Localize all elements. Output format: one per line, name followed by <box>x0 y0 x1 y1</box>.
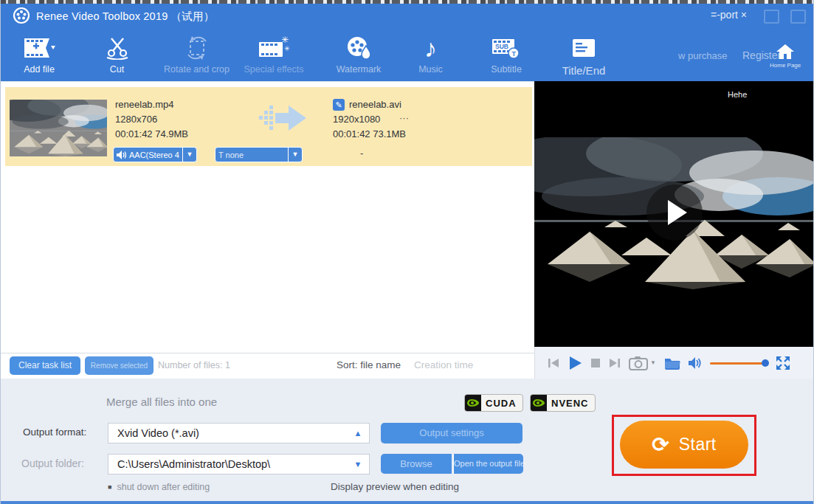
purchase-link[interactable]: w purchase <box>678 50 727 61</box>
target-more-ellipsis[interactable]: ··· <box>399 112 409 123</box>
refresh-icon: ⟳ <box>652 435 669 455</box>
home-page-link[interactable]: Home Page <box>770 44 801 69</box>
add-file-icon <box>7 34 72 62</box>
open-folder-button[interactable] <box>664 356 680 370</box>
play-overlay-button[interactable] <box>646 184 703 241</box>
chevron-down-icon[interactable]: ▼ <box>288 148 302 162</box>
toolbar-label: Add file <box>7 64 72 75</box>
shutdown-checkbox[interactable]: ■ shut down after editing <box>108 482 210 492</box>
file-count-label: Number of files: 1 <box>158 360 230 370</box>
svg-text:SUB: SUB <box>495 43 508 50</box>
toolbar-label: Watermark <box>318 64 399 75</box>
stop-button[interactable] <box>590 358 601 368</box>
volume-track <box>710 362 768 365</box>
remove-selected-button[interactable]: Remove selected <box>85 356 154 375</box>
subtitle-track-select[interactable]: T none ▼ <box>215 147 303 162</box>
chevron-down-icon[interactable]: ▼ <box>347 460 369 469</box>
chevron-down-icon: ▼ <box>650 359 656 366</box>
close-icon[interactable] <box>790 10 806 24</box>
toolbar-watermark[interactable]: Watermark <box>318 34 399 75</box>
next-button[interactable] <box>609 357 621 369</box>
special-effects-icon: ✳ ✳ <box>237 34 311 62</box>
window-title: Renee Video Toolbox 2019 （试用） <box>36 10 214 24</box>
speaker-icon <box>117 151 126 159</box>
sort-by-file-name[interactable]: Sort: file name <box>337 359 401 370</box>
subtitle-icon: SUB T <box>469 34 543 62</box>
player-control-bar: ▼ <box>534 347 814 379</box>
volume-button[interactable] <box>689 357 702 369</box>
play-icon <box>668 200 687 225</box>
output-format-label: Output format: <box>23 427 86 438</box>
volume-knob[interactable] <box>762 359 769 367</box>
output-folder-value: C:\Users\Administrator\Desktop\ <box>108 458 347 470</box>
open-output-file-button[interactable]: Open the output file <box>453 454 523 474</box>
toolbar-subtitle[interactable]: SUB T Subtitle <box>469 34 543 75</box>
start-button[interactable]: ⟳ Start <box>620 421 748 469</box>
title-end-icon <box>547 34 621 62</box>
play-button[interactable] <box>568 356 582 370</box>
output-panel: Merge all files into one CUDA NVENC Outp… <box>1 379 814 504</box>
video-preview[interactable]: Hehe <box>534 81 814 347</box>
watermark-text: Hehe <box>728 90 747 99</box>
source-file-name: reneelab.mp4 <box>115 99 174 110</box>
fullscreen-button[interactable] <box>776 356 790 370</box>
chevron-up-icon[interactable]: ▲ <box>347 429 369 438</box>
sort-by-creation-time[interactable]: Creation time <box>414 359 473 370</box>
audio-track-select[interactable]: AAC(Stereo 4 ▼ <box>113 147 197 162</box>
merge-files-label[interactable]: Merge all files into one <box>106 396 217 408</box>
overlay-export-text: =-port × <box>711 9 747 21</box>
minimize-icon[interactable] <box>764 10 779 24</box>
title-bar: Renee Video Toolbox 2019 （试用） =-port × <box>1 4 814 28</box>
start-button-label: Start <box>679 435 717 455</box>
toolbar-add-file[interactable]: Add file <box>7 34 72 75</box>
rotate-crop-icon <box>154 34 239 62</box>
output-folder-label: Output folder: <box>21 458 84 469</box>
output-settings-button[interactable]: Output settings <box>381 423 522 443</box>
speaker-icon <box>689 357 702 369</box>
toolbar-label: Title/End <box>547 64 621 77</box>
svg-text:✳: ✳ <box>284 45 290 52</box>
source-duration-size: 00:01:42 74.9MB <box>115 128 188 139</box>
output-folder-select[interactable]: C:\Users\Administrator\Desktop\ ▼ <box>108 454 370 474</box>
display-preview-label[interactable]: Display preview when editing <box>331 481 459 492</box>
home-icon <box>776 44 794 59</box>
toolbar-music[interactable]: ♪ Music <box>399 34 462 75</box>
toolbar-title-end[interactable]: Title/End <box>547 34 621 77</box>
toolbar-label: Special effects <box>237 64 311 75</box>
snapshot-button[interactable]: ▼ <box>629 356 656 370</box>
fullscreen-icon <box>776 356 790 370</box>
source-resolution: 1280x706 <box>115 114 157 125</box>
toolbar-label: Subtitle <box>469 64 543 75</box>
toolbar-label: Rotate and crop <box>154 64 239 75</box>
nvenc-badge: NVENC <box>530 394 596 412</box>
toolbar-rotate-crop[interactable]: Rotate and crop <box>154 34 239 75</box>
app-window: Renee Video Toolbox 2019 （试用） =-port × A… <box>0 0 814 504</box>
audio-track-value: AAC(Stereo 4 <box>126 151 182 159</box>
chevron-down-icon[interactable]: ▼ <box>182 148 196 162</box>
source-thumbnail <box>10 100 107 156</box>
main-toolbar: Add file Cut <box>1 28 814 81</box>
toolbar-label: Cut <box>89 64 145 75</box>
nvidia-logo-icon <box>465 395 481 411</box>
volume-slider[interactable] <box>710 359 768 367</box>
output-format-value: Xvid Video (*.avi) <box>108 427 347 439</box>
edit-target-icon[interactable]: ✎ <box>333 99 345 111</box>
nvidia-logo-icon <box>531 395 547 411</box>
shutdown-label: shut down after editing <box>117 482 210 492</box>
clear-task-list-button[interactable]: Clear task list <box>10 356 80 375</box>
app-logo-icon <box>13 7 30 24</box>
cuda-badge: CUDA <box>464 394 523 412</box>
checkbox-icon: ■ <box>108 483 111 491</box>
cut-icon <box>89 34 145 62</box>
subtitle-track-value: T none <box>215 151 288 159</box>
start-button-highlight: ⟳ Start <box>612 415 756 476</box>
toolbar-cut[interactable]: Cut <box>89 34 145 75</box>
previous-button[interactable] <box>548 357 559 369</box>
toolbar-special-effects[interactable]: ✳ ✳ Special effects <box>237 34 311 75</box>
svg-text:T: T <box>511 50 516 58</box>
home-page-label: Home Page <box>770 62 801 69</box>
browse-button[interactable]: Browse <box>381 454 452 474</box>
svg-text:✳: ✳ <box>281 36 289 45</box>
target-resolution: 1920x1080 <box>333 114 380 125</box>
output-format-select[interactable]: Xvid Video (*.avi) ▲ <box>108 423 370 443</box>
